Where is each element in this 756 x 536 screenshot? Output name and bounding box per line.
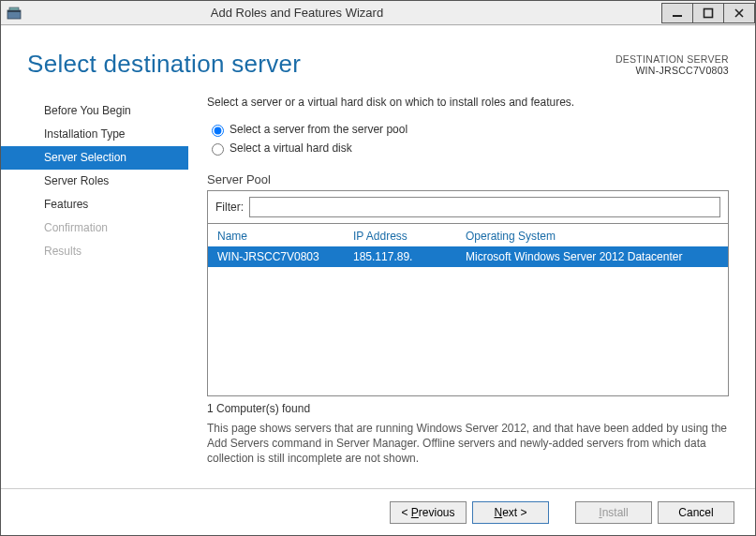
sidebar-item-server-roles[interactable]: Server Roles: [1, 170, 188, 193]
column-ip[interactable]: IP Address: [353, 230, 466, 243]
server-rows-empty: [208, 267, 728, 395]
maximize-button[interactable]: [692, 3, 724, 23]
filter-input[interactable]: [249, 197, 720, 217]
column-os[interactable]: Operating System: [466, 230, 719, 243]
next-button[interactable]: Next >: [472, 501, 549, 524]
svg-rect-4: [704, 8, 713, 17]
destination-box: DESTINATION SERVER WIN-JRSCC7V0803: [615, 50, 729, 76]
cancel-button[interactable]: Cancel: [658, 501, 734, 524]
server-row[interactable]: WIN-JRSCC7V0803 185.117.89. Microsoft Wi…: [208, 246, 728, 267]
destination-label: DESTINATION SERVER: [615, 53, 729, 65]
server-row-ip: 185.117.89.: [353, 250, 466, 263]
computers-found-text: 1 Computer(s) found: [207, 402, 729, 415]
sidebar-item-confirmation: Confirmation: [1, 216, 188, 240]
radio-server-pool[interactable]: Select a server from the server pool: [207, 122, 729, 137]
close-button[interactable]: [723, 3, 755, 23]
previous-button[interactable]: < Previous: [390, 501, 467, 524]
server-pool-box: Filter: Name IP Address Operating System…: [207, 190, 729, 396]
radio-server-pool-input[interactable]: [212, 125, 224, 137]
filter-label: Filter:: [215, 201, 244, 214]
sidebar-item-installation-type[interactable]: Installation Type: [1, 123, 188, 146]
minimize-button[interactable]: [661, 3, 693, 23]
footer: < Previous Next > Install Cancel: [1, 488, 755, 535]
help-text: This page shows servers that are running…: [207, 421, 729, 467]
page-title: Select destination server: [27, 50, 301, 79]
server-pool-label: Server Pool: [207, 172, 729, 186]
svg-rect-3: [673, 15, 682, 17]
server-row-name: WIN-JRSCC7V0803: [217, 250, 353, 263]
sidebar-item-server-selection[interactable]: Server Selection: [1, 146, 188, 170]
titlebar: Add Roles and Features Wizard: [1, 1, 755, 25]
column-name[interactable]: Name: [217, 230, 353, 243]
sidebar-item-results: Results: [1, 240, 188, 263]
radio-server-pool-label: Select a server from the server pool: [230, 123, 408, 136]
radio-vhd-label: Select a virtual hard disk: [230, 141, 352, 155]
server-row-os: Microsoft Windows Server 2012 Datacenter: [466, 250, 719, 263]
wizard-sidebar: Before You Begin Installation Type Serve…: [1, 96, 188, 488]
sidebar-item-features[interactable]: Features: [1, 193, 188, 216]
window-title: Add Roles and Features Wizard: [0, 6, 662, 20]
column-headers: Name IP Address Operating System: [208, 224, 728, 246]
destination-server: WIN-JRSCC7V0803: [615, 65, 729, 76]
radio-vhd[interactable]: Select a virtual hard disk: [207, 141, 729, 156]
radio-vhd-input[interactable]: [212, 143, 224, 156]
install-button: Install: [575, 501, 652, 524]
instruction-text: Select a server or a virtual hard disk o…: [207, 96, 729, 109]
sidebar-item-before-you-begin[interactable]: Before You Begin: [1, 99, 188, 123]
